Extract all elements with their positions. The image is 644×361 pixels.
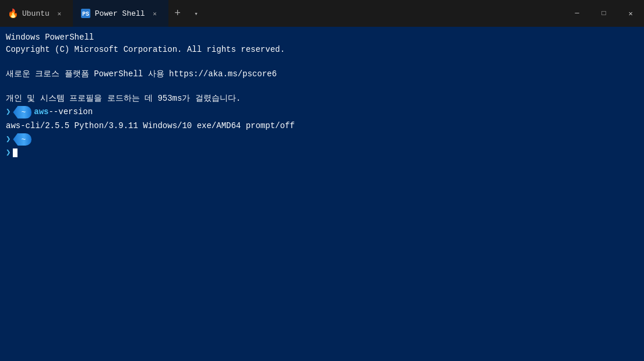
tab-dropdown-button[interactable]: ▾ (188, 5, 205, 22)
tab-ubuntu-label: Ubuntu (22, 9, 50, 18)
tab-powershell-label: Power Shell (95, 9, 145, 18)
command-aws: aws (34, 106, 48, 118)
powershell-icon: PS (81, 9, 90, 18)
output-line-1: Windows PowerShell (6, 31, 638, 44)
output-line-6: 개인 및 시스템 프로필을 로드하는 데 953ms가 걸렸습니다. (6, 93, 638, 105)
output-line-2: Copyright (C) Microsoft Corporation. All… (6, 44, 638, 56)
cursor (13, 148, 17, 157)
prompt-chevron-3: ❯ (6, 147, 10, 159)
window-controls: ─ □ ✕ (564, 0, 644, 27)
maximize-button[interactable]: □ (590, 0, 617, 27)
output-line-5 (6, 80, 638, 93)
prompt-line-2: ❯ ~ (6, 133, 638, 146)
tab-ubuntu[interactable]: 🔥 Ubuntu ✕ (0, 0, 73, 27)
new-tab-button[interactable]: + (168, 4, 187, 23)
tab-powershell-close[interactable]: ✕ (150, 8, 160, 19)
prompt-chevron-1: ❯ (6, 106, 10, 118)
prompt-badge-1: ~ (13, 106, 31, 119)
command-arg: --version (48, 106, 93, 118)
ubuntu-icon: 🔥 (8, 9, 17, 18)
prompt-chevron-2: ❯ (6, 133, 10, 146)
close-button[interactable]: ✕ (617, 0, 644, 27)
terminal: Windows PowerShell Copyright (C) Microso… (0, 27, 644, 361)
svg-text:PS: PS (82, 11, 89, 17)
prompt-line-3: ❯ (6, 147, 638, 159)
prompt-badge-2: ~ (13, 133, 31, 146)
output-line-3 (6, 56, 638, 68)
tab-ubuntu-close[interactable]: ✕ (54, 8, 65, 19)
tab-group: 🔥 Ubuntu ✕ PS Power Shell ✕ + ▾ (0, 0, 564, 27)
prompt-line-1: ❯ ~ aws --version (6, 106, 638, 119)
minimize-button[interactable]: ─ (564, 0, 590, 27)
tab-powershell[interactable]: PS Power Shell ✕ (73, 0, 168, 27)
title-bar: 🔥 Ubuntu ✕ PS Power Shell ✕ + ▾ ─ □ ✕ (0, 0, 644, 27)
output-line-4: 새로운 크로스 플랫폼 PowerShell 사용 https://aka.ms… (6, 68, 638, 80)
output-aws-version: aws-cli/2.5.5 Python/3.9.11 Windows/10 e… (6, 120, 638, 132)
